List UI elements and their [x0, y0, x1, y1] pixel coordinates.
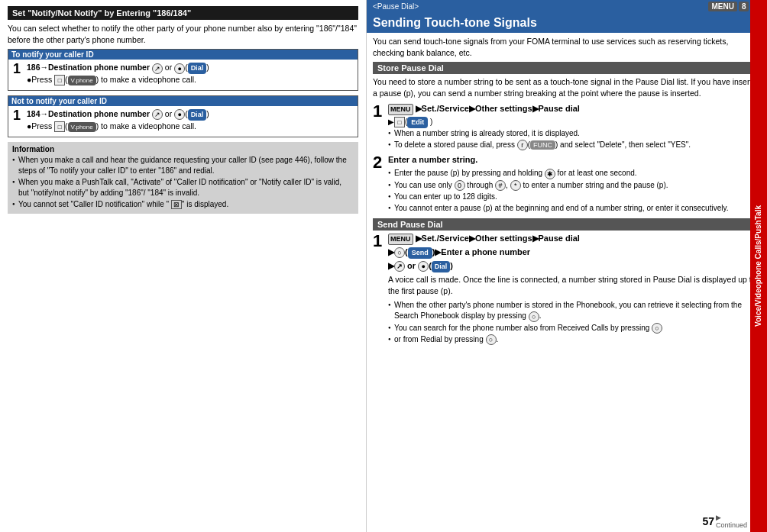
info-title: Information — [12, 145, 354, 153]
store-step2-main: Enter a number string. — [388, 154, 761, 166]
store-section-body: You need to store a number string to be … — [373, 76, 761, 98]
notify-step-content: 186→Destination phone number ↗ or ●(Dial… — [27, 62, 353, 85]
received-icon: ○ — [652, 323, 662, 334]
func-btn: FUNC — [530, 140, 555, 150]
send-step1-line3: ▶↗ or ●(Dial) — [388, 260, 761, 272]
send-step1-line1: MENU ▶Set./Service▶Other settings▶Pause … — [388, 233, 761, 245]
hash-icon: # — [495, 180, 506, 191]
notify-step-text: 186→Destination phone number ↗ or ●(Dial… — [27, 63, 209, 72]
send-btn: Send — [408, 247, 432, 259]
phonebook-icon: ○ — [529, 311, 539, 322]
badge1: 8 — [739, 2, 749, 11]
not-notify-step-num: 1 — [13, 108, 24, 122]
store-s2-b3: You can enter up to 128 digits. — [388, 192, 761, 202]
menu-label: MENU — [708, 2, 736, 11]
store-s1-b2: To delete a stored pause dial, press r(F… — [388, 140, 761, 150]
call-icon-2: ↗ — [152, 109, 163, 120]
store-step1-sub: ▶□(Edit ) — [388, 117, 761, 128]
left-column: Set "Notify/Not Notify" by Entering "186… — [0, 0, 367, 532]
vphone-btn-2: V.phone — [68, 122, 96, 132]
send-note3: You can search for the phone number also… — [388, 323, 761, 334]
store-step1-main: MENU ▶Set./Service▶Other settings▶Pause … — [388, 103, 761, 115]
store-s2-b1: Enter the pause (p) by pressing and hold… — [388, 168, 761, 179]
store-step2: 2 Enter a number string. Enter the pause… — [373, 154, 761, 214]
send-step1-line2: ▶○(Send)▶Enter a phone number — [388, 247, 761, 259]
notify-step-num: 1 — [13, 62, 24, 76]
store-step2-details: Enter a number string. Enter the pause (… — [388, 154, 761, 214]
not-notify-title: Not to notify your caller ID — [8, 96, 358, 106]
zero-icon: 0 — [455, 180, 465, 191]
send-step1: 1 MENU ▶Set./Service▶Other settings▶Paus… — [373, 233, 761, 347]
right-column: <Pause Dial> MENU 8 4 Sending Touch-tone… — [367, 0, 767, 532]
menu-icon: MENU — [388, 104, 413, 115]
edit-square: □ — [394, 117, 405, 127]
icon-placeholder: ⊠ — [171, 200, 182, 209]
dial-btn: Dial — [188, 63, 207, 74]
press-label: Press — [31, 75, 54, 84]
call-icon: ↗ — [152, 63, 163, 74]
notify-title: To notify your caller ID — [8, 50, 358, 60]
info-bullet-1: When you make a call and hear the guidan… — [12, 155, 354, 176]
not-notify-press-note: ●Press □(V.phone) to make a videophone c… — [27, 121, 353, 132]
send-circle: ○ — [394, 247, 405, 258]
not-notify-box: Not to notify your caller ID 1 184→Desti… — [8, 95, 358, 137]
left-title: Set "Notify/Not Notify" by Entering "186… — [8, 6, 358, 20]
sidebar-tab-text: Voice/Videophone Calls/PushTalk — [754, 205, 763, 327]
page-num: 57 — [702, 515, 714, 527]
not-notify-step-text: 184→Destination phone number ↗ or ●(Dial… — [27, 109, 209, 118]
store-section-title: Store Pause Dial — [373, 62, 761, 74]
hold-icon: ✱ — [545, 169, 555, 179]
send-step1-details: MENU ▶Set./Service▶Other settings▶Pause … — [388, 233, 761, 347]
info-box: Information When you make a call and hea… — [8, 142, 358, 214]
send-step1-num: 1 — [373, 233, 385, 250]
info-bullet-3: You cannot set "Caller ID notification" … — [12, 199, 354, 210]
left-intro: You can select whether to notify the oth… — [8, 23, 358, 45]
video-icon-3: ● — [418, 261, 429, 272]
send-note1: A voice call is made. Once the line is c… — [388, 274, 761, 296]
vphone-square: □ — [54, 75, 65, 85]
redial-icon: ○ — [486, 334, 497, 345]
call-icon-3: ↗ — [394, 261, 405, 272]
vphone-square-2: □ — [54, 121, 65, 132]
send-note4: or from Redial by pressing ○. — [388, 334, 761, 345]
store-s2-b2: You can use only 0 through #, * to enter… — [388, 180, 761, 191]
not-notify-step-content: 184→Destination phone number ↗ or ●(Dial… — [27, 108, 353, 132]
right-body: You can send touch-tone signals from you… — [367, 36, 767, 532]
video-icon: ● — [174, 63, 185, 74]
store-step2-num: 2 — [373, 154, 385, 171]
store-s2-b4: You cannot enter a pause (p) at the begi… — [388, 203, 761, 214]
store-step1-details: MENU ▶Set./Service▶Other settings▶Pause … — [388, 103, 761, 151]
store-step1-num: 1 — [373, 103, 385, 120]
func-circle: r — [517, 140, 528, 150]
dial-btn-2: Dial — [188, 109, 207, 121]
store-s1-b1: When a number string is already stored, … — [388, 128, 761, 139]
info-bullet-2: When you make a PushTalk call, "Activate… — [12, 177, 354, 198]
send-section-title: Send Pause Dial — [373, 218, 761, 231]
store-step1: 1 MENU ▶Set./Service▶Other settings▶Paus… — [373, 103, 761, 151]
send-note2: When the other party's phone number is s… — [388, 300, 761, 321]
not-notify-step1: 1 184→Destination phone number ↗ or ●(Di… — [13, 108, 353, 132]
edit-btn: Edit — [407, 117, 428, 128]
pause-dial-label: <Pause Dial> — [373, 2, 419, 11]
notify-step1: 1 186→Destination phone number ↗ or ●(Di… — [13, 62, 353, 85]
notify-press-note: ●Press □(V.phone) to make a videophone c… — [27, 74, 353, 85]
right-header: <Pause Dial> MENU 8 4 — [367, 0, 767, 13]
star-icon: * — [510, 180, 521, 191]
right-intro: You can send touch-tone signals from you… — [373, 36, 761, 58]
notify-box: To notify your caller ID 1 186→Destinati… — [8, 49, 358, 91]
dial-btn-3: Dial — [432, 261, 451, 272]
page-num-area: 57 ▶Continued — [702, 514, 747, 529]
menu-icon-2: MENU — [388, 234, 413, 245]
continued-label: ▶Continued — [716, 514, 747, 529]
sidebar-tab: Voice/Videophone Calls/PushTalk — [750, 0, 767, 532]
video-icon-2: ● — [174, 109, 185, 120]
vphone-btn: V.phone — [68, 76, 96, 85]
right-title: Sending Touch-tone Signals — [367, 13, 767, 33]
